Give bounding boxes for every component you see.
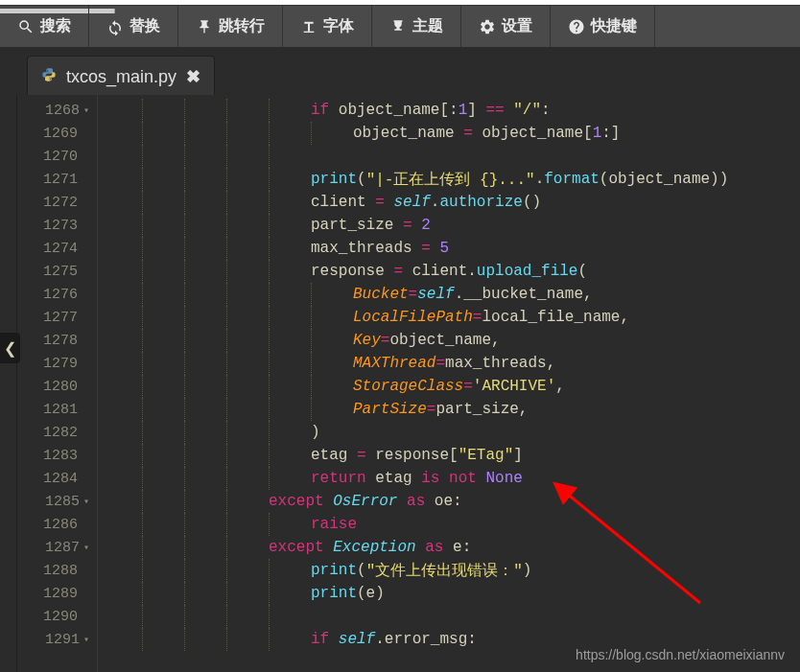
gutter: 1268▾12691270127112721273127412751276127… xyxy=(17,95,98,672)
toolbar-replace[interactable]: 替换 xyxy=(89,6,178,47)
theme-icon xyxy=(389,18,407,35)
font-icon xyxy=(300,18,318,35)
toolbar-label: 设置 xyxy=(502,16,532,36)
line-number: 1284 xyxy=(17,467,97,490)
line-number: 1285▾ xyxy=(17,490,97,513)
python-icon xyxy=(41,67,57,87)
code-line[interactable]: PartSize=part_size, xyxy=(98,398,800,421)
fold-marker-icon[interactable]: ▾ xyxy=(83,542,89,553)
fold-marker-icon[interactable]: ▾ xyxy=(83,634,89,645)
code-line[interactable]: object_name = object_name[1:] xyxy=(98,122,800,145)
code-line[interactable]: MAXThread=max_threads, xyxy=(98,352,800,375)
code-line[interactable]: etag = response["ETag"] xyxy=(98,444,800,467)
toolbar-shortcuts[interactable]: 快捷键 xyxy=(551,6,655,47)
left-panel-strip: ❮ xyxy=(0,95,17,672)
toolbar-label: 主题 xyxy=(412,16,443,36)
code-line[interactable]: print("文件上传出现错误：") xyxy=(98,559,800,582)
line-number: 1282 xyxy=(17,421,97,444)
line-number: 1270 xyxy=(17,145,97,168)
line-number: 1290 xyxy=(17,605,97,628)
code-line[interactable]: except Exception as e: xyxy=(98,536,800,559)
toolbar-label: 搜索 xyxy=(40,16,71,36)
search-icon xyxy=(17,18,35,35)
toolbar-font[interactable]: 字体 xyxy=(283,6,372,47)
line-number: 1288 xyxy=(17,559,97,582)
fold-marker-icon[interactable]: ▾ xyxy=(83,496,89,507)
line-number: 1276 xyxy=(17,283,97,306)
line-number: 1275 xyxy=(17,260,97,283)
editor: ❮ 1268▾126912701271127212731274127512761… xyxy=(0,95,800,672)
code-line[interactable]: except OsError as oe: xyxy=(98,490,800,513)
line-number: 1287▾ xyxy=(17,536,97,559)
code-line[interactable]: Key=object_name, xyxy=(98,329,800,352)
file-tab[interactable]: txcos_main.py ✖ xyxy=(27,56,215,95)
fold-marker-icon[interactable]: ▾ xyxy=(83,104,89,116)
toolbar-label: 字体 xyxy=(323,16,354,36)
line-number: 1277 xyxy=(17,306,97,329)
line-number: 1272 xyxy=(17,191,97,214)
line-number: 1289 xyxy=(17,582,97,605)
panel-expand-chevron[interactable]: ❮ xyxy=(0,333,20,363)
code-line[interactable]: LocalFilePath=local_file_name, xyxy=(98,306,800,329)
code-line[interactable] xyxy=(98,605,800,628)
toolbar-settings[interactable]: 设置 xyxy=(461,6,551,47)
toolbar: 搜索 替换 跳转行 字体 主题 设置 快捷键 xyxy=(0,5,800,47)
tab-filename: txcos_main.py xyxy=(66,67,176,87)
code-line[interactable]: Bucket=self.__bucket_name, xyxy=(98,283,800,306)
replace-icon xyxy=(106,18,124,35)
code-line[interactable]: client = self.authorize() xyxy=(98,191,800,214)
code-line[interactable]: max_threads = 5 xyxy=(98,237,800,260)
line-number: 1279 xyxy=(17,352,97,375)
code-line[interactable] xyxy=(98,145,800,168)
line-number: 1283 xyxy=(17,444,97,467)
line-number: 1281 xyxy=(17,398,97,421)
code-line[interactable]: ) xyxy=(98,421,800,444)
toolbar-theme[interactable]: 主题 xyxy=(372,6,461,47)
code-line[interactable]: raise xyxy=(98,513,800,536)
toolbar-label: 快捷键 xyxy=(591,16,637,36)
line-number: 1286 xyxy=(17,513,97,536)
line-number: 1269 xyxy=(17,122,97,145)
watermark: https://blog.csdn.net/xiaomeixiannv xyxy=(576,647,785,662)
line-number: 1278 xyxy=(17,329,97,352)
toolbar-search[interactable]: 搜索 xyxy=(0,6,89,47)
code-line[interactable]: if object_name[:1] == "/": xyxy=(98,99,800,122)
svg-rect-0 xyxy=(304,31,315,32)
code-line[interactable]: print(e) xyxy=(98,582,800,605)
code-line[interactable]: print("|-正在上传到 {}...".format(object_name… xyxy=(98,168,800,191)
code-area[interactable]: if object_name[:1] == "/":object_name = … xyxy=(98,95,800,672)
close-icon[interactable]: ✖ xyxy=(186,66,200,87)
code-line[interactable]: response = client.upload_file( xyxy=(98,260,800,283)
toolbar-goto-line[interactable]: 跳转行 xyxy=(178,6,283,47)
line-number: 1268▾ xyxy=(17,99,97,122)
code-line[interactable]: part_size = 2 xyxy=(98,214,800,237)
toolbar-label: 替换 xyxy=(129,16,160,36)
toolbar-label: 跳转行 xyxy=(219,16,265,36)
pin-icon xyxy=(196,18,213,35)
line-number: 1271 xyxy=(17,168,97,191)
tab-bar: txcos_main.py ✖ xyxy=(0,47,800,95)
line-number: 1280 xyxy=(17,375,97,398)
line-number: 1274 xyxy=(17,237,97,260)
code-line[interactable]: return etag is not None xyxy=(98,467,800,490)
line-number: 1273 xyxy=(17,214,97,237)
code-line[interactable]: StorageClass='ARCHIVE', xyxy=(98,375,800,398)
line-number: 1291▾ xyxy=(17,628,97,651)
gear-icon xyxy=(479,18,496,35)
help-icon xyxy=(568,18,585,35)
